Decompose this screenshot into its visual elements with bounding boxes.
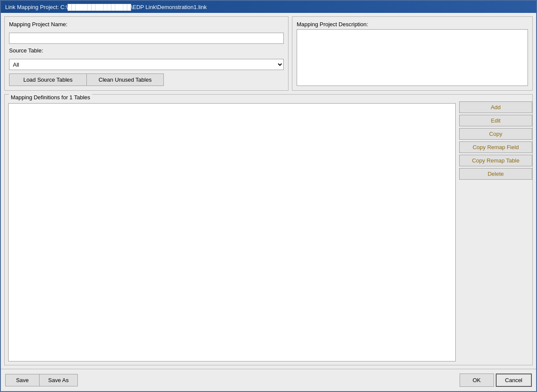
title-bar: Link Mapping Project: C:\███████████████… (1, 1, 536, 13)
add-button[interactable]: Add (459, 101, 532, 113)
description-label: Mapping Project Description: (297, 21, 528, 28)
copy-remap-table-button[interactable]: Copy Remap Table (459, 155, 532, 166)
source-table-label: Source Table: (9, 47, 284, 54)
bottom-right-buttons: OK Cancel (460, 374, 532, 387)
project-name-input[interactable] (9, 33, 284, 44)
save-as-button[interactable]: Save As (40, 374, 78, 386)
copy-button[interactable]: Copy (459, 128, 532, 140)
top-section: Mapping Project Name: Source Table: All … (4, 16, 533, 91)
cancel-button[interactable]: Cancel (496, 374, 532, 387)
edit-button[interactable]: Edit (459, 115, 532, 126)
button-row: Load Source Tables Clean Unused Tables (9, 74, 284, 86)
title-text: Link Mapping Project: C:\███████████████… (5, 4, 207, 10)
bottom-left-buttons: Save Save As (5, 374, 78, 386)
side-buttons: Add Edit Copy Copy Remap Field Copy Rema… (459, 100, 532, 365)
mapping-group: Mapping Definitions for 1 Tables Add Edi… (4, 94, 533, 365)
project-name-label: Mapping Project Name: (9, 21, 284, 28)
main-section: Mapping Definitions for 1 Tables Add Edi… (4, 94, 533, 365)
ok-button[interactable]: OK (460, 374, 494, 387)
clean-unused-tables-button[interactable]: Clean Unused Tables (86, 74, 164, 86)
copy-remap-field-button[interactable]: Copy Remap Field (459, 141, 532, 153)
bottom-bar: Save Save As OK Cancel (1, 369, 536, 391)
main-window: Link Mapping Project: C:\███████████████… (0, 0, 537, 392)
main-inner: Add Edit Copy Copy Remap Field Copy Rema… (5, 100, 532, 365)
load-source-tables-button[interactable]: Load Source Tables (9, 74, 86, 86)
delete-button[interactable]: Delete (459, 168, 532, 180)
mapping-group-legend: Mapping Definitions for 1 Tables (9, 94, 92, 101)
source-table-select[interactable]: All (9, 59, 284, 70)
left-panel: Mapping Project Name: Source Table: All … (4, 16, 288, 91)
right-panel: Mapping Project Description: (292, 16, 533, 91)
window-body: Mapping Project Name: Source Table: All … (1, 13, 536, 369)
description-textarea[interactable] (297, 29, 528, 86)
mapping-list-area[interactable] (8, 103, 456, 361)
save-button[interactable]: Save (5, 374, 40, 386)
